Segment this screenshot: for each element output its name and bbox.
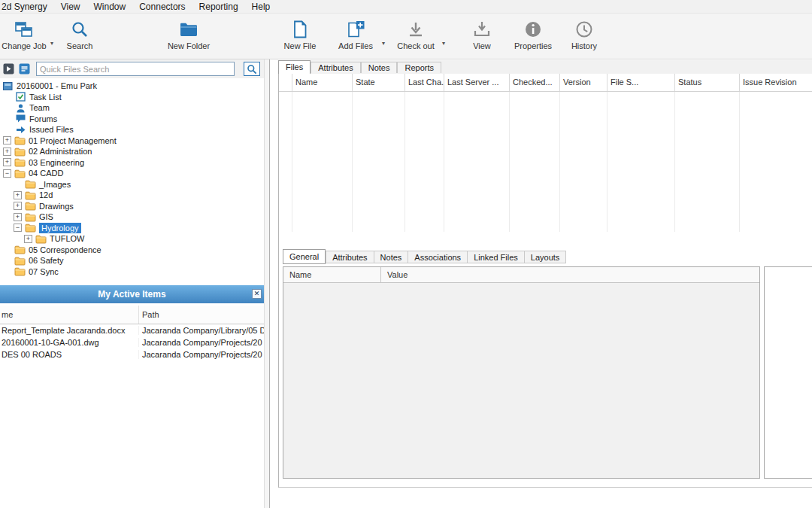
project-tree: 20160001 - Emu Park Task List Team Forum… (0, 81, 264, 282)
issued-files-icon (15, 125, 26, 135)
tab-linked-files[interactable]: Linked Files (468, 251, 525, 263)
tree-item-drawings[interactable]: + Drawings (0, 201, 264, 212)
folder-icon (14, 169, 26, 178)
folder-icon (25, 190, 36, 200)
expander-icon[interactable]: − (3, 169, 11, 178)
tree-item-12d[interactable]: + 12d (0, 190, 264, 201)
add-files-button[interactable]: Add Files ▾ (333, 20, 378, 50)
expander-icon[interactable]: + (14, 213, 22, 221)
view-button[interactable]: View (459, 20, 504, 50)
column-header-file-size[interactable]: File S... (607, 74, 675, 91)
tab-files[interactable]: Files (278, 60, 311, 74)
dropdown-arrow-icon[interactable]: ▾ (382, 40, 385, 47)
tree-item-01-project-management[interactable]: + 01 Project Management (0, 135, 264, 147)
column-header-version[interactable]: Version (560, 74, 607, 91)
quick-files-search-input[interactable] (36, 62, 235, 76)
expander-icon[interactable]: + (14, 202, 22, 210)
column-header-name[interactable]: Name (292, 74, 353, 91)
column-header-path[interactable]: Path (139, 306, 264, 324)
menu-item-window[interactable]: Window (87, 0, 133, 14)
menu-item-help[interactable]: Help (245, 0, 277, 14)
expander-icon[interactable]: + (3, 136, 11, 144)
new-file-button[interactable]: New File (277, 20, 323, 50)
tab-notes[interactable]: Notes (361, 62, 398, 73)
files-tab-strip: Files Attributes Notes Reports (278, 60, 812, 74)
tree-item-issued-files[interactable]: Issued Files (0, 124, 264, 135)
tree-item-team[interactable]: Team (0, 102, 264, 114)
tree-item-forums[interactable]: Forums (0, 114, 264, 125)
expander-icon[interactable]: + (3, 148, 11, 156)
history-icon (574, 20, 594, 39)
expander-icon[interactable]: + (24, 235, 32, 243)
dropdown-arrow-icon[interactable]: ▾ (442, 40, 445, 47)
column-header-issue-revision[interactable]: Issue Revision (740, 74, 812, 91)
tree-item-03-engineering[interactable]: + 03 Engineering (0, 157, 264, 169)
tree-item-04-cadd[interactable]: − 04 CADD (0, 168, 264, 179)
folder-icon (25, 179, 36, 189)
new-folder-icon (179, 20, 198, 39)
change-job-button[interactable]: Change Job ▾ (2, 20, 47, 50)
change-job-icon (14, 20, 34, 39)
new-folder-button[interactable]: New Folder (166, 20, 211, 50)
tree-item-tuflow[interactable]: + TUFLOW (0, 233, 264, 245)
toolbar: Change Job ▾ Search New Folder New File (0, 14, 812, 59)
folder-icon (25, 212, 36, 222)
expander-icon[interactable]: + (3, 158, 11, 166)
search-button[interactable]: Search (57, 20, 102, 50)
column-header-checked[interactable]: Checked... (510, 74, 560, 91)
tab-detail-notes[interactable]: Notes (374, 251, 409, 263)
tree-item-07-sync[interactable]: 07 Sync (0, 266, 264, 278)
application-window: 2d Synergy View Window Connectors Report… (0, 0, 812, 508)
tree-item-02-administration[interactable]: + 02 Administration (0, 146, 264, 157)
folder-icon (14, 266, 26, 276)
tree-item-gis[interactable]: + GIS (0, 211, 264, 223)
column-header-last-server[interactable]: Last Server ... (444, 74, 510, 91)
column-header-value[interactable]: Value (381, 267, 759, 282)
folder-icon (14, 245, 26, 254)
expander-icon[interactable]: − (14, 224, 22, 232)
tree-item-06-safety[interactable]: 06 Safety (0, 255, 264, 266)
active-items-table: me Path Report_Template Jacaranda.docx J… (0, 306, 264, 360)
tree-item-hydrology-selected[interactable]: − Hydrology (0, 223, 264, 234)
history-button[interactable]: History (562, 20, 607, 50)
locate-in-tree-button[interactable] (2, 62, 16, 76)
menu-item-view[interactable]: View (54, 0, 87, 14)
menu-item-connectors[interactable]: Connectors (132, 0, 192, 14)
tree-item-05-correspondence[interactable]: 05 Correspondence (0, 245, 264, 256)
active-item-row[interactable]: 20160001-10-GA-001.dwg Jacaranda Company… (0, 336, 264, 348)
column-header-status[interactable]: Status (675, 74, 740, 91)
column-header-state[interactable]: State (353, 74, 405, 91)
tab-reports[interactable]: Reports (397, 62, 441, 73)
dropdown-arrow-icon[interactable]: ▾ (50, 40, 53, 47)
tab-detail-attributes[interactable]: Attributes (326, 251, 374, 263)
close-button[interactable]: ✕ (252, 289, 262, 299)
tab-attributes[interactable]: Attributes (311, 62, 360, 73)
tree-item-job-root[interactable]: 20160001 - Emu Park (0, 81, 264, 92)
active-item-row[interactable]: Report_Template Jacaranda.docx Jacaranda… (0, 324, 264, 336)
column-header-name[interactable]: Name (283, 267, 381, 282)
tab-associations[interactable]: Associations (408, 251, 468, 263)
properties-button[interactable]: Properties (511, 20, 556, 50)
vertical-scrollbar[interactable] (264, 59, 269, 508)
view-icon (472, 20, 492, 39)
tree-item-images[interactable]: _Images (0, 179, 264, 190)
active-items-title: My Active Items (98, 289, 165, 300)
menu-item-reporting[interactable]: Reporting (192, 0, 245, 14)
tab-layouts[interactable]: Layouts (525, 251, 567, 263)
column-header-last-changed[interactable]: Last Cha... (405, 74, 444, 91)
search-options-icon (19, 63, 30, 75)
active-item-row[interactable]: DES 00 ROADS Jacaranda Company/Projects/… (0, 348, 264, 360)
details-tab-strip: General Attributes Notes Associations Li… (283, 249, 566, 264)
column-header-name[interactable]: me (0, 306, 139, 324)
tree-item-task-list[interactable]: Task List (0, 92, 264, 103)
files-table-header: Name State Last Cha... Last Server ... C… (279, 74, 812, 92)
search-options-button[interactable] (17, 62, 32, 76)
menu-item-synergy[interactable]: 2d Synergy (0, 0, 54, 14)
check-out-button[interactable]: Check out ▾ (393, 20, 438, 50)
property-grid-header: Name Value (283, 267, 759, 283)
quick-search-go-button[interactable] (244, 62, 260, 76)
tab-general[interactable]: General (283, 249, 326, 264)
expander-icon[interactable]: + (14, 191, 22, 199)
search-icon (247, 64, 257, 75)
property-grid-body (283, 283, 759, 478)
